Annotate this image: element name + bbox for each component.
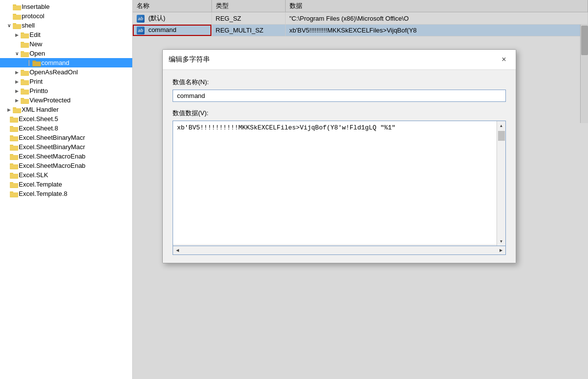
folder-icon-excel-sheetbinarymacro2: [10, 144, 19, 151]
expander-print: ▶: [13, 79, 21, 84]
expander-shell: ∨: [5, 23, 13, 28]
svg-rect-41: [10, 127, 18, 131]
tree-item-excel-sheetmacroenab2[interactable]: Excel.SheetMacroEnab: [0, 161, 132, 170]
tree-item-excel-sheetbinarymacro2[interactable]: Excel.SheetBinaryMacr: [0, 142, 132, 152]
tree-label-excel-template-8: Excel.Template.8: [19, 190, 130, 197]
svg-rect-26: [21, 80, 29, 85]
svg-rect-11: [21, 33, 29, 38]
svg-rect-38: [10, 118, 18, 122]
svg-rect-32: [21, 99, 29, 103]
dialog-name-label: 数值名称(N):: [173, 78, 506, 87]
folder-icon-printto: [21, 88, 29, 95]
dialog-data-label: 数值数据(V):: [173, 109, 506, 118]
tree-connector: [29, 60, 30, 66]
folder-icon-xml-handler: [13, 106, 22, 113]
tree-label-excel-sheetbinarymacro1: Excel.SheetBinaryMacr: [19, 134, 130, 141]
tree-item-command[interactable]: command: [0, 58, 132, 67]
svg-rect-35: [13, 108, 21, 113]
modal-overlay: 编辑多字符串 × 数值名称(N): 数值数据(V): xb'BV5!!!!!!!…: [133, 0, 588, 379]
tree-label-protocol: protocol: [22, 12, 130, 20]
svg-rect-14: [21, 43, 29, 47]
folder-icon-print: [21, 78, 29, 85]
scrollbar-track: [497, 130, 505, 237]
svg-rect-23: [21, 71, 29, 75]
svg-rect-50: [10, 155, 18, 159]
right-panel: 名称 类型 数据 ab (默认) REG_SZ "C:\Program File…: [133, 0, 588, 379]
dialog-body: 数值名称(N): 数值数据(V): xb'BV5!!!!!!!!!!MKKSkE…: [163, 70, 516, 263]
hscrollbar-left-button[interactable]: ◀: [173, 246, 182, 254]
tree-item-xml-handler[interactable]: ▶ XML Handler: [0, 105, 132, 114]
tree-item-open[interactable]: ∨ Open: [0, 49, 132, 58]
tree-item-excel-sheet-8[interactable]: Excel.Sheet.8: [0, 124, 132, 133]
tree-item-new[interactable]: New: [0, 39, 132, 49]
registry-tree[interactable]: Insertable protocol ∨ shell ▶: [0, 0, 133, 379]
folder-icon-excel-template: [10, 181, 19, 188]
tree-item-print[interactable]: ▶ Print: [0, 77, 132, 86]
svg-rect-2: [13, 5, 21, 10]
folder-icon-excel-sheet-5: [10, 116, 19, 123]
tree-label-excel-sheet-5: Excel.Sheet.5: [19, 115, 130, 123]
svg-rect-20: [32, 62, 41, 66]
tree-item-excel-sheetmacroenab1[interactable]: Excel.SheetMacroEnab: [0, 152, 132, 161]
tree-item-openasreadonly[interactable]: ▶ OpenAsReadOnl: [0, 67, 132, 77]
tree-item-excel-slk[interactable]: Excel.SLK: [0, 170, 132, 180]
tree-item-insertable[interactable]: Insertable: [0, 2, 132, 11]
tree-label-open: Open: [29, 50, 130, 57]
expander-edit: ▶: [13, 32, 21, 37]
folder-icon-openasreadonly: [21, 69, 29, 76]
tree-item-shell[interactable]: ∨ shell: [0, 21, 132, 30]
folder-icon-excel-slk: [10, 172, 19, 179]
folder-icon-insertable: [13, 3, 22, 10]
expander-printto: ▶: [13, 89, 21, 94]
tree-label-print: Print: [29, 78, 130, 85]
folder-icon-command: [32, 60, 41, 66]
tree-label-excel-sheet-8: Excel.Sheet.8: [19, 125, 130, 132]
tree-label-openasreadonly: OpenAsReadOnl: [29, 68, 130, 76]
folder-icon-excel-template-8: [10, 190, 19, 197]
folder-icon-shell: [13, 22, 22, 29]
svg-rect-17: [21, 52, 29, 57]
dialog-data-textarea[interactable]: xb'BV5!!!!!!!!!!MKKSkEXCELFiles>VijqBof(…: [173, 121, 497, 244]
dialog-titlebar: 编辑多字符串 ×: [163, 50, 516, 70]
dialog-data-wrapper: xb'BV5!!!!!!!!!!MKKSkEXCELFiles>VijqBof(…: [173, 121, 506, 246]
expander-viewprotected: ▶: [13, 98, 21, 103]
hscrollbar-right-button[interactable]: ▶: [497, 246, 505, 254]
svg-rect-5: [13, 15, 21, 19]
folder-icon-new: [21, 41, 29, 48]
tree-item-excel-sheetbinarymacro1[interactable]: Excel.SheetBinaryMacr: [0, 133, 132, 142]
expander-openasreadonly: ▶: [13, 70, 21, 75]
tree-item-edit[interactable]: ▶ Edit: [0, 30, 132, 39]
tree-label-excel-sheetbinarymacro2: Excel.SheetBinaryMacr: [19, 143, 130, 151]
edit-multistring-dialog: 编辑多字符串 × 数值名称(N): 数值数据(V): xb'BV5!!!!!!!…: [162, 49, 516, 263]
tree-item-excel-sheet-5[interactable]: Excel.Sheet.5: [0, 114, 132, 124]
scrollbar-down-button[interactable]: ▼: [497, 237, 505, 246]
tree-item-excel-template[interactable]: Excel.Template: [0, 180, 132, 189]
folder-icon-edit: [21, 32, 29, 38]
tree-label-excel-slk: Excel.SLK: [19, 171, 130, 179]
tree-label-insertable: Insertable: [22, 3, 130, 10]
svg-rect-53: [10, 164, 18, 169]
hscrollbar-track: [182, 246, 497, 254]
tree-item-protocol[interactable]: protocol: [0, 11, 132, 21]
dialog-hscrollbar[interactable]: ◀ ▶: [173, 246, 506, 255]
tree-label-printto: Printto: [29, 87, 130, 95]
scrollbar-up-button[interactable]: ▲: [497, 121, 505, 130]
svg-rect-29: [21, 90, 29, 94]
expander-xml-handler: ▶: [5, 107, 13, 112]
tree-item-excel-template-8[interactable]: Excel.Template.8: [0, 189, 132, 198]
tree-item-printto[interactable]: ▶ Printto: [0, 86, 132, 95]
tree-label-edit: Edit: [29, 31, 130, 38]
folder-icon-open: [21, 50, 29, 57]
textarea-scrollbar[interactable]: ▲ ▼: [497, 121, 505, 246]
svg-rect-8: [13, 24, 21, 29]
folder-icon-excel-sheet-8: [10, 125, 19, 132]
svg-rect-44: [10, 136, 18, 141]
tree-label-excel-template: Excel.Template: [19, 181, 130, 188]
dialog-title: 编辑多字符串: [169, 55, 210, 64]
tree-label-shell: shell: [22, 22, 130, 29]
dialog-name-input[interactable]: [173, 90, 506, 102]
folder-icon-viewprotected: [21, 97, 29, 104]
tree-label-excel-sheetmacroenab2: Excel.SheetMacroEnab: [19, 162, 130, 169]
tree-item-viewprotected[interactable]: ▶ ViewProtected: [0, 95, 132, 105]
dialog-close-button[interactable]: ×: [498, 54, 510, 65]
